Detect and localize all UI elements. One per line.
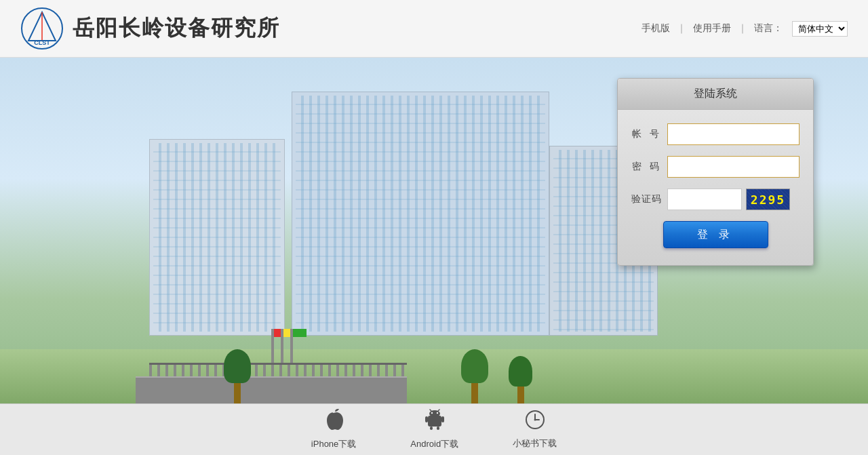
building-windows-left bbox=[153, 143, 281, 332]
svg-rect-12 bbox=[437, 427, 439, 430]
tree-1 bbox=[224, 349, 251, 403]
password-input[interactable] bbox=[667, 156, 800, 178]
language-select[interactable]: 简体中文 English bbox=[792, 21, 848, 37]
captcha-image[interactable]: 2295 bbox=[746, 189, 790, 210]
svg-line-9 bbox=[430, 410, 431, 411]
login-form: 帐 号 密 码 验证码 2295 登 录 bbox=[618, 110, 813, 265]
mobile-link[interactable]: 手机版 bbox=[642, 22, 670, 35]
tree-3 bbox=[509, 356, 532, 403]
apple-icon bbox=[324, 409, 343, 435]
header-nav: 手机版 ｜ 使用手册 ｜ 语言： 简体中文 English bbox=[642, 21, 848, 37]
logo-image: CLST bbox=[20, 7, 64, 51]
captcha-input[interactable] bbox=[667, 189, 742, 210]
iphone-download-label: iPhone下载 bbox=[311, 438, 356, 450]
svg-rect-13 bbox=[425, 416, 428, 422]
password-label: 密 码 bbox=[631, 161, 662, 173]
tree-2 bbox=[461, 349, 488, 403]
svg-rect-14 bbox=[441, 416, 444, 422]
building-left bbox=[149, 139, 285, 336]
svg-rect-5 bbox=[428, 416, 441, 427]
site-title: 岳阳长岭设备研究所 bbox=[73, 14, 280, 43]
downloads-section: iPhone下载 Android下载 bbox=[0, 403, 868, 455]
main-content: 登陆系统 帐 号 密 码 验证码 2295 登 录 bbox=[0, 58, 868, 403]
fence bbox=[149, 363, 407, 376]
header: CLST 岳阳长岭设备研究所 手机版 ｜ 使用手册 ｜ 语言： 简体中文 Eng… bbox=[0, 0, 868, 58]
xiaomi-download[interactable]: 小秘书下载 bbox=[513, 410, 557, 450]
account-label: 帐 号 bbox=[631, 128, 662, 140]
iphone-download[interactable]: iPhone下载 bbox=[311, 409, 356, 450]
svg-rect-11 bbox=[430, 427, 433, 430]
svg-point-18 bbox=[534, 419, 536, 421]
captcha-row: 验证码 2295 bbox=[631, 189, 800, 210]
login-button-row: 登 录 bbox=[631, 221, 800, 248]
login-button[interactable]: 登 录 bbox=[663, 221, 768, 248]
captcha-label: 验证码 bbox=[631, 193, 662, 205]
android-download[interactable]: Android下载 bbox=[410, 409, 458, 450]
xiaomi-download-label: 小秘书下载 bbox=[513, 437, 557, 450]
lang-label: 语言： bbox=[754, 22, 783, 35]
svg-point-6 bbox=[429, 410, 440, 417]
svg-line-10 bbox=[438, 410, 439, 411]
nav-sep-1: ｜ bbox=[677, 22, 686, 35]
account-input[interactable] bbox=[667, 123, 800, 145]
android-download-label: Android下载 bbox=[410, 438, 458, 450]
ground bbox=[0, 349, 868, 403]
manual-link[interactable]: 使用手册 bbox=[693, 22, 731, 35]
building-main bbox=[292, 92, 549, 336]
logo-area: CLST 岳阳长岭设备研究所 bbox=[20, 7, 280, 51]
login-title: 登陆系统 bbox=[618, 79, 813, 110]
login-box: 登陆系统 帐 号 密 码 验证码 2295 登 录 bbox=[617, 78, 814, 266]
password-row: 密 码 bbox=[631, 156, 800, 178]
captcha-text: 2295 bbox=[751, 193, 785, 207]
android-icon bbox=[425, 409, 444, 435]
road bbox=[136, 376, 407, 403]
building-windows bbox=[296, 96, 545, 332]
account-row: 帐 号 bbox=[631, 123, 800, 145]
clock-icon bbox=[525, 410, 545, 435]
svg-point-7 bbox=[431, 412, 433, 414]
flags bbox=[271, 329, 293, 363]
svg-point-8 bbox=[437, 412, 438, 414]
nav-sep-2: ｜ bbox=[738, 22, 747, 35]
